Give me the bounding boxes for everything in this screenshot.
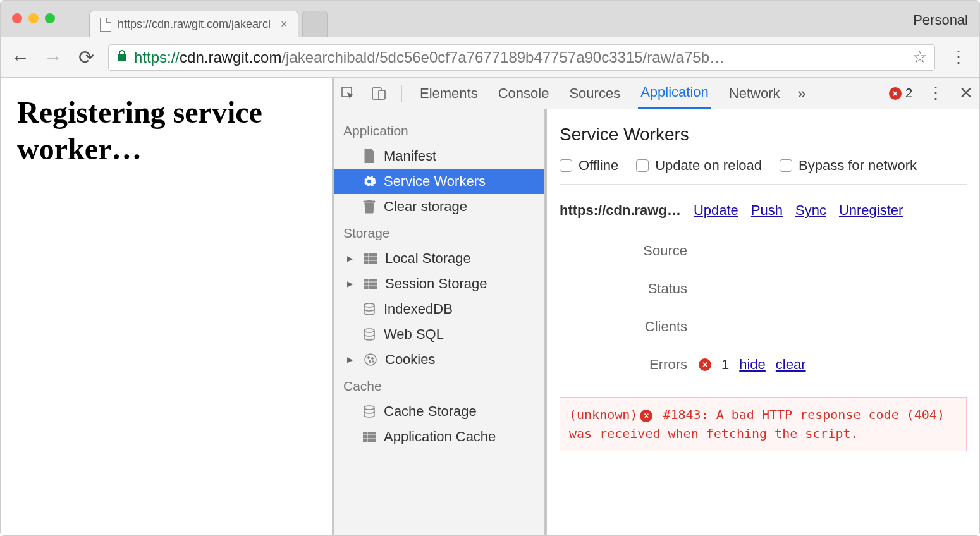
devtools-menu-icon[interactable]: ⋮ (928, 83, 944, 103)
address-bar[interactable]: https://cdn.rawgit.com/jakearchibald/5dc… (108, 44, 935, 71)
sidebar-item-label: Clear storage (384, 198, 467, 215)
svg-rect-28 (368, 439, 376, 442)
clients-row: Clients (560, 312, 967, 341)
update-on-reload-checkbox[interactable]: Update on reload (636, 157, 762, 174)
sidebar-item-label: Manifest (384, 148, 436, 164)
sidebar-item-websql[interactable]: Web SQL (334, 322, 544, 347)
svg-point-16 (364, 329, 374, 332)
inspect-element-icon[interactable] (341, 86, 356, 101)
row-label: Errors (560, 356, 699, 373)
sidebar-item-local-storage[interactable]: ▶ Local Storage (334, 246, 544, 271)
devtools-tab-elements[interactable]: Elements (417, 78, 481, 109)
devtools-sidebar: Application Manifest Service Workers Cle… (334, 109, 547, 535)
browser-menu-icon[interactable]: ⋮ (946, 47, 971, 67)
error-count: 2 (905, 86, 912, 100)
error-count: 1 (721, 356, 729, 373)
sidebar-item-cookies[interactable]: ▶ Cookies (334, 347, 544, 372)
svg-rect-23 (363, 432, 367, 434)
bookmark-star-icon[interactable]: ☆ (912, 47, 927, 67)
source-row: Source (560, 236, 967, 265)
lock-icon (116, 49, 128, 65)
browser-tab-active[interactable]: https://cdn.rawgit.com/jakearcl × (89, 11, 298, 37)
sidebar-item-manifest[interactable]: Manifest (334, 143, 544, 169)
svg-rect-12 (369, 283, 377, 285)
window-title-bar: https://cdn.rawgit.com/jakearcl × Person… (1, 1, 979, 37)
sync-link[interactable]: Sync (795, 202, 826, 219)
page-icon (362, 149, 376, 163)
errors-row: Errors × 1 hide clear (560, 350, 967, 379)
unregister-link[interactable]: Unregister (839, 202, 903, 219)
close-tab-icon[interactable]: × (281, 18, 288, 31)
svg-point-17 (365, 354, 376, 365)
tab-strip: https://cdn.rawgit.com/jakearcl × (89, 1, 328, 37)
more-tabs-icon[interactable]: » (797, 85, 805, 102)
device-toolbar-icon[interactable] (371, 86, 386, 101)
chevron-right-icon: ▶ (347, 254, 355, 263)
error-icon: × (699, 358, 711, 371)
minimize-window-button[interactable] (28, 13, 39, 23)
devtools-tab-sources[interactable]: Sources (567, 78, 623, 109)
forward-button: → (42, 47, 64, 68)
service-worker-options: Offline Update on reload Bypass for netw… (560, 154, 967, 185)
svg-rect-26 (368, 436, 376, 438)
svg-rect-4 (369, 253, 377, 256)
svg-point-19 (372, 358, 374, 360)
sidebar-item-session-storage[interactable]: ▶ Session Storage (334, 271, 544, 296)
sidebar-item-clear-storage[interactable]: Clear storage (334, 194, 544, 219)
error-source: (unknown) (569, 407, 637, 422)
traffic-lights (12, 13, 55, 23)
url-text: https://cdn.rawgit.com/jakearchibald/5dc… (134, 49, 906, 66)
push-link[interactable]: Push (751, 202, 783, 219)
sidebar-item-label: Service Workers (384, 173, 486, 190)
sidebar-item-indexeddb[interactable]: IndexedDB (334, 296, 544, 322)
sidebar-item-label: Session Storage (385, 276, 487, 292)
svg-rect-24 (368, 432, 376, 434)
devtools-tab-console[interactable]: Console (496, 78, 552, 109)
gear-icon (362, 174, 376, 188)
database-icon (362, 405, 376, 418)
update-link[interactable]: Update (694, 202, 738, 219)
back-button[interactable]: ← (9, 47, 31, 68)
sidebar-section-cache: Cache (334, 372, 544, 399)
status-row: Status (560, 274, 967, 303)
checkbox-label: Bypass for network (799, 157, 917, 174)
grid-icon (364, 253, 377, 264)
svg-rect-6 (369, 257, 377, 260)
reload-button[interactable]: ⟳ (75, 46, 97, 68)
row-label: Clients (560, 319, 699, 335)
grid-icon (364, 279, 377, 289)
error-icon: × (889, 87, 902, 100)
offline-checkbox[interactable]: Offline (560, 157, 618, 174)
sidebar-item-cache-storage[interactable]: Cache Storage (334, 399, 544, 424)
svg-point-18 (368, 357, 370, 359)
sidebar-item-label: IndexedDB (384, 301, 453, 317)
new-tab-placeholder[interactable] (302, 11, 328, 37)
svg-rect-8 (369, 261, 377, 264)
bypass-for-network-checkbox[interactable]: Bypass for network (780, 157, 917, 174)
devtools-panel: Elements Console Sources Application Net… (332, 78, 979, 535)
hide-link[interactable]: hide (739, 356, 766, 373)
devtools-error-indicator[interactable]: × 2 (889, 86, 912, 100)
chevron-right-icon: ▶ (347, 355, 355, 364)
maximize-window-button[interactable] (45, 13, 55, 23)
sidebar-item-application-cache[interactable]: Application Cache (334, 424, 544, 449)
devtools-tab-application[interactable]: Application (638, 78, 711, 109)
cookie-icon (364, 353, 377, 366)
devtools-tab-bar: Elements Console Sources Application Net… (334, 78, 979, 109)
close-window-button[interactable] (12, 13, 22, 23)
profile-label[interactable]: Personal (913, 12, 968, 28)
sidebar-item-label: Local Storage (385, 250, 471, 267)
devtools-tab-network[interactable]: Network (726, 78, 783, 109)
sidebar-section-storage: Storage (334, 219, 544, 246)
svg-rect-14 (369, 286, 377, 289)
svg-rect-7 (364, 261, 368, 264)
sidebar-item-service-workers[interactable]: Service Workers (334, 169, 544, 194)
svg-rect-10 (369, 279, 377, 281)
browser-toolbar: ← → ⟳ https://cdn.rawgit.com/jakearchiba… (1, 37, 979, 78)
clear-link[interactable]: clear (776, 356, 806, 373)
chevron-right-icon: ▶ (347, 279, 355, 288)
sidebar-item-label: Cookies (385, 351, 435, 368)
error-icon: × (640, 410, 652, 422)
devtools-close-icon[interactable]: ✕ (959, 83, 973, 103)
error-message-box: (unknown)× #1843: A bad HTTP response co… (560, 397, 967, 451)
